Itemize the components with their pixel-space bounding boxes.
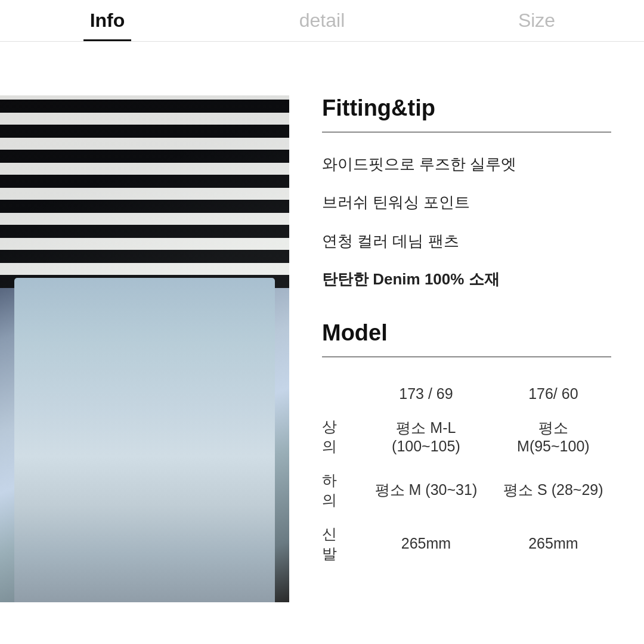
fitting-section: Fitting&tip 와이드핏으로 루즈한 실루엣 브러쉬 틴워싱 포인트 연…: [322, 95, 611, 290]
model-divider: [322, 357, 611, 357]
sweater-decoration: [0, 95, 289, 288]
col-model1: 173 / 69: [357, 378, 496, 410]
table-row: 상의 평소 M-L (100~105) 평소 M(95~100): [322, 410, 611, 463]
tab-size[interactable]: Size: [429, 0, 644, 41]
col-label: [322, 378, 357, 410]
row-shoes-col1: 265mm: [357, 517, 496, 571]
row-label-bottom: 하의: [322, 463, 357, 517]
row-shoes-col2: 265mm: [496, 517, 611, 571]
product-image: [0, 95, 289, 602]
info-panel: Fitting&tip 와이드핏으로 루즈한 실루엣 브러쉬 틴워싱 포인트 연…: [289, 95, 644, 602]
model-table-header: 173 / 69 176/ 60: [322, 378, 611, 410]
fitting-divider: [322, 132, 611, 132]
model-table: 173 / 69 176/ 60 상의 평소 M-L (100~105) 평소 …: [322, 378, 611, 571]
tab-navigation: Info detail Size: [0, 0, 644, 42]
tab-detail[interactable]: detail: [215, 0, 429, 41]
main-content: Fitting&tip 와이드핏으로 루즈한 실루엣 브러쉬 틴워싱 포인트 연…: [0, 42, 644, 602]
tab-detail-label: detail: [299, 10, 345, 32]
row-top-col1: 평소 M-L (100~105): [357, 410, 496, 463]
tip-3: 연청 컬러 데님 팬츠: [322, 230, 611, 252]
row-top-col2: 평소 M(95~100): [496, 410, 611, 463]
tab-info[interactable]: Info: [0, 0, 215, 41]
col-model2: 176/ 60: [496, 378, 611, 410]
row-label-top: 상의: [322, 410, 357, 463]
table-row: 하의 평소 M (30~31) 평소 S (28~29): [322, 463, 611, 517]
tab-info-label: Info: [90, 10, 125, 32]
jeans-decoration: [14, 278, 275, 602]
tip-4: 탄탄한 Denim 100% 소재: [322, 268, 611, 290]
table-row: 신발 265mm 265mm: [322, 517, 611, 571]
tip-2: 브러쉬 틴워싱 포인트: [322, 191, 611, 213]
tip-1: 와이드핏으로 루즈한 실루엣: [322, 153, 611, 175]
row-bottom-col2: 평소 S (28~29): [496, 463, 611, 517]
model-title: Model: [322, 320, 611, 346]
product-image-wrapper: [0, 95, 289, 602]
row-label-shoes: 신발: [322, 517, 357, 571]
fitting-title: Fitting&tip: [322, 95, 611, 121]
tab-size-label: Size: [518, 10, 555, 32]
model-section: Model 173 / 69 176/ 60 상의 평소 M-L (100~10…: [322, 320, 611, 571]
row-bottom-col1: 평소 M (30~31): [357, 463, 496, 517]
